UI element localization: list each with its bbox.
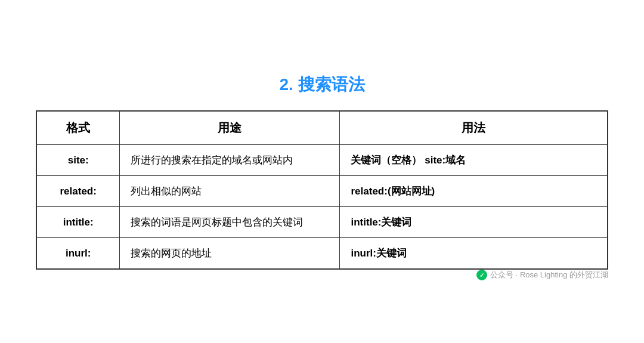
cell-format-1: related: xyxy=(36,176,120,207)
table-row: related:列出相似的网站related:(网站网址) xyxy=(36,176,608,207)
cell-example-3: inurl:关键词 xyxy=(340,238,608,270)
cell-usage-0: 所进行的搜索在指定的域名或网站内 xyxy=(120,145,340,176)
search-syntax-table: 格式 用途 用法 site:所进行的搜索在指定的域名或网站内关键词（空格） si… xyxy=(36,110,608,270)
table-row: inurl:搜索的网页的地址inurl:关键词 xyxy=(36,238,608,270)
table-row: site:所进行的搜索在指定的域名或网站内关键词（空格） site:域名 xyxy=(36,145,608,176)
cell-format-2: intitle: xyxy=(36,207,120,238)
cell-usage-1: 列出相似的网站 xyxy=(120,176,340,207)
table-row: intitle:搜索的词语是网页标题中包含的关键词intitle:关键词 xyxy=(36,207,608,238)
page-title: 2. 搜索语法 xyxy=(279,73,364,96)
cell-format-0: site: xyxy=(36,145,120,176)
cell-usage-2: 搜索的词语是网页标题中包含的关键词 xyxy=(120,207,340,238)
header-format: 格式 xyxy=(36,111,120,145)
header-usage: 用途 xyxy=(120,111,340,145)
header-example: 用法 xyxy=(340,111,608,145)
wechat-icon: ✓ xyxy=(476,270,487,280)
cell-example-1: related:(网站网址) xyxy=(340,176,608,207)
cell-example-2: intitle:关键词 xyxy=(340,207,608,238)
watermark-text: 公众号 · Rose Lighting 的外贸江湖 xyxy=(490,270,608,280)
cell-usage-3: 搜索的网页的地址 xyxy=(120,238,340,270)
watermark: ✓ 公众号 · Rose Lighting 的外贸江湖 xyxy=(476,270,608,280)
cell-example-0: 关键词（空格） site:域名 xyxy=(340,145,608,176)
cell-format-3: inurl: xyxy=(36,238,120,270)
